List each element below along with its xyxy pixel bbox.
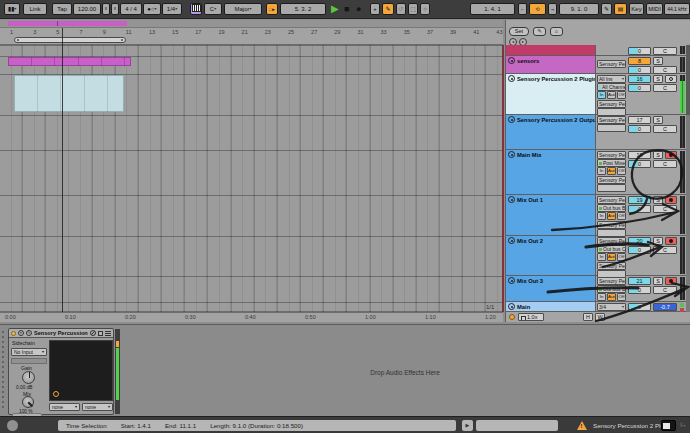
io-chooser[interactable]: Out bus B▾ [597, 204, 626, 212]
io-chooser[interactable]: Sensory Per▾ [597, 196, 626, 204]
track-name[interactable]: Mix Out 3 [506, 276, 596, 301]
monitor-off-button[interactable]: Off [617, 167, 626, 175]
track-header[interactable]: 0C [506, 45, 690, 56]
scale-name-select[interactable]: Major▾ [224, 3, 262, 15]
metronome-button[interactable]: ●○▾ [143, 3, 161, 15]
track-name[interactable]: sensors [506, 56, 596, 73]
key-map-button[interactable]: Key [629, 3, 644, 15]
main-track-name[interactable]: Main [506, 302, 596, 311]
track-activator[interactable]: 19 [628, 196, 651, 204]
track-name[interactable]: Mix Out 1 [506, 195, 596, 235]
monitor-in-button[interactable]: In [597, 253, 606, 261]
monitor-auto-button[interactable]: Auto [607, 167, 616, 175]
device-title-bar[interactable]: ▾ ✎ Sensory Percussion 2 [9, 329, 113, 338]
monitor-in-button[interactable]: In [597, 167, 606, 175]
scale-root-select[interactable]: C▾ [204, 3, 222, 15]
time-ruler[interactable]: 0:000:100:200:300:400:501:001:101:20 [0, 312, 503, 322]
track-name[interactable]: Sensory Percussion 2 Plugin [506, 74, 596, 114]
scale-mode-toggle[interactable] [190, 3, 202, 15]
nudge-down-button[interactable]: ⦀ [102, 3, 110, 15]
arrangement-position-display[interactable]: 5. 3. 2 [280, 3, 326, 15]
pan-field[interactable]: C [653, 205, 677, 213]
solo-button[interactable]: S [653, 277, 663, 285]
nudge-up-button[interactable]: ⦀ [111, 3, 119, 15]
main-pan-field[interactable]: -0.7 [653, 303, 677, 311]
volume-field[interactable]: 0 [628, 160, 651, 168]
midi-map-button[interactable]: MIDI [646, 3, 663, 15]
play-button[interactable]: ▶ [331, 3, 339, 15]
tap-tempo-button[interactable]: Tap [52, 3, 72, 15]
io-chooser-empty[interactable] [597, 124, 626, 132]
link-button[interactable]: Link [23, 3, 47, 15]
session-record-button[interactable]: ○ [420, 3, 430, 15]
io-chooser[interactable]: Sensory Per▾ [597, 60, 626, 68]
warning-icon[interactable] [577, 421, 587, 430]
monitor-in-button[interactable]: In [597, 212, 606, 220]
io-chooser[interactable]: Sensory Per▾ [597, 237, 626, 245]
main-track-header[interactable]: Main 3/4▾ 0 -0.7 [506, 302, 690, 312]
pencil-button[interactable]: ✎ [533, 27, 546, 36]
status-play-icon[interactable]: ▶ [462, 420, 473, 431]
track-header[interactable]: Mix Out 3Sensory Per▾Out bus D▾InAutoOff… [506, 276, 690, 302]
device-fold-icon[interactable]: ▾ [18, 330, 24, 336]
volume-field[interactable]: 0 [628, 286, 651, 294]
arm-button[interactable] [665, 151, 677, 159]
xy-pad[interactable] [49, 340, 113, 401]
arm-button[interactable] [665, 237, 677, 245]
loop-brace[interactable] [14, 37, 126, 43]
gain-knob[interactable] [22, 371, 35, 384]
device-menu-icon[interactable] [105, 331, 111, 336]
automation-arm-button[interactable]: ✎ [382, 3, 394, 15]
pan-field[interactable]: C [653, 66, 677, 74]
record-button[interactable]: ● [356, 3, 361, 15]
drop-audio-effects-zone[interactable]: Drop Audio Effects Here [130, 369, 680, 376]
pan-field[interactable]: C [653, 246, 677, 254]
slot-select-left[interactable]: none▾ [49, 403, 80, 411]
track-name[interactable] [506, 45, 596, 55]
monitor-auto-button[interactable]: Auto [607, 253, 616, 261]
monitor-off-button[interactable]: Off [617, 253, 626, 261]
monitor-auto-button[interactable]: Auto [607, 212, 616, 220]
monitor-off-button[interactable]: Off [617, 212, 626, 220]
loop-start-display[interactable]: 1. 4. 1 [470, 3, 515, 15]
track-header[interactable]: sensorsSensory Per▾8S0C [506, 56, 690, 74]
capture-midi-button[interactable]: ⬚ [408, 3, 418, 15]
punch-out-button[interactable]: ¬ [548, 3, 557, 15]
monitor-auto-button[interactable]: Auto [607, 91, 616, 99]
track-activator[interactable]: 20 [628, 237, 651, 245]
pan-field[interactable]: C [653, 286, 677, 294]
quantization-menu[interactable]: 1/4▾ [162, 3, 182, 15]
device-sensory-percussion[interactable]: ▾ ✎ Sensory Percussion 2 Sidechain No In… [8, 328, 114, 415]
link-options-menu[interactable]: ▮▮▾ [4, 3, 20, 15]
beat-time-ruler[interactable]: 135791113151719212325272931333537394143 [0, 28, 503, 45]
draw-mode-button[interactable]: ✎ [601, 3, 612, 15]
optimize-width-button[interactable]: W [595, 313, 605, 321]
track-activator[interactable]: 16 [628, 75, 651, 83]
io-chooser-empty[interactable] [597, 184, 626, 192]
volume-field[interactable]: 0 [628, 125, 651, 133]
track-header[interactable]: Sensory Percussion 2 OutputsSensory Per▾… [506, 115, 690, 150]
sidechain-input-select[interactable]: No Input▾ [11, 348, 47, 356]
io-chooser[interactable]: Out bus D▾ [597, 285, 626, 293]
pan-field[interactable]: C [653, 160, 677, 168]
audio-clip-plugin[interactable] [14, 75, 124, 112]
track-header[interactable]: Main MixSensory Per▾Post Mixer▾InAutoOff… [506, 150, 690, 195]
volume-field[interactable]: 0 [628, 84, 651, 92]
follow-dot-button[interactable] [509, 314, 515, 320]
io-chooser[interactable]: All Ins▾ [597, 75, 626, 83]
solo-button[interactable]: S [653, 151, 663, 159]
io-chooser[interactable]: Sensory Per▾ [597, 100, 626, 108]
track-header[interactable]: Sensory Percussion 2 PluginAll Ins▾All C… [506, 74, 690, 115]
pan-field[interactable]: C [653, 84, 677, 92]
volume-field[interactable]: 0 [628, 47, 651, 55]
volume-field[interactable]: 0 [628, 246, 651, 254]
solo-button[interactable]: S [653, 196, 663, 204]
track-activator[interactable]: 18 [628, 151, 651, 159]
io-chooser[interactable]: Sensory Per▾ [597, 277, 626, 285]
arrangement-grid[interactable] [0, 45, 503, 312]
io-chooser[interactable]: Sensory Per▾ [597, 151, 626, 159]
monitor-off-button[interactable]: Off [617, 293, 626, 301]
device-activator-led[interactable] [11, 331, 16, 336]
main-volume-field[interactable]: 0 [628, 303, 651, 311]
hot-swap-icon[interactable] [90, 330, 96, 336]
